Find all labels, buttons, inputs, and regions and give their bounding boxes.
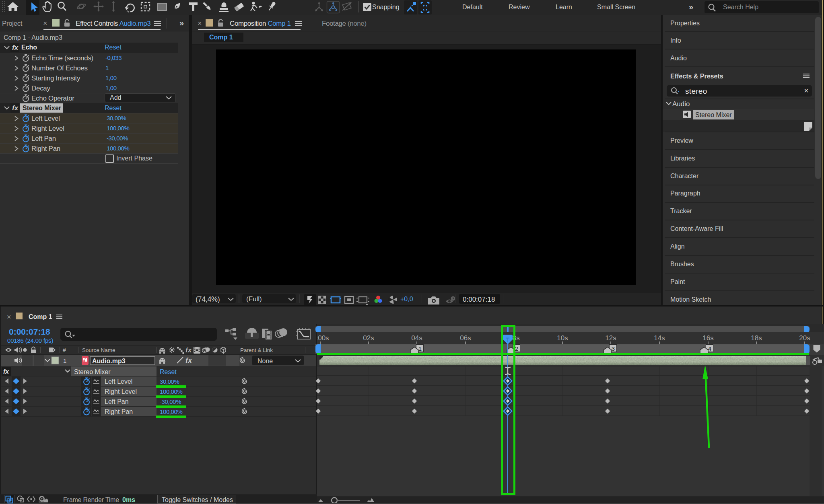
- svg-text:Source Name: Source Name: [82, 347, 115, 353]
- svg-text:#: #: [63, 347, 66, 353]
- svg-text:Parent & Link: Parent & Link: [240, 347, 273, 353]
- svg-text:fx: fx: [185, 356, 192, 364]
- svg-text:fx: fx: [185, 346, 192, 354]
